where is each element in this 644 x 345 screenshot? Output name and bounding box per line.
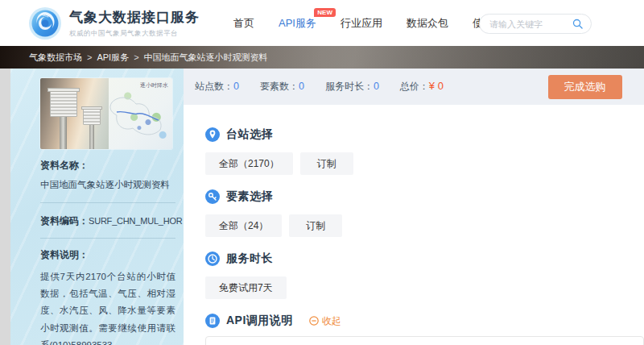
search-input[interactable]: [489, 19, 572, 29]
stat-duration: 服务时长：0: [325, 80, 379, 94]
nav-item-api-services[interactable]: API服务 NEW: [279, 16, 316, 31]
section-title-station: 台站选择: [226, 127, 273, 142]
elements-all-button[interactable]: 全部（24）: [205, 214, 282, 237]
elements-custom-button[interactable]: 订制: [289, 214, 342, 237]
section-title-duration: 服务时长: [226, 251, 273, 266]
divider: [40, 202, 175, 203]
content-row: 逐小时降水 资料名称： 中国地面气象站逐小时观测资料 资料编码：SURF_CHN…: [10, 69, 598, 345]
site-logo[interactable]: data 气象大数据接口服务 权威的中国气象局气象大数据平台: [28, 6, 200, 40]
free-trial-button[interactable]: 免费试用7天: [205, 276, 287, 299]
stat-total-price: 总价：¥ 0: [400, 80, 444, 94]
breadcrumb-separator: >: [134, 52, 138, 62]
stat-elements-value: 0: [299, 81, 304, 92]
search-box[interactable]: [479, 14, 592, 34]
stat-total-price-value: ¥ 0: [429, 80, 444, 92]
section-service-duration: 服务时长 免费试用7天: [205, 251, 644, 299]
logo-swirl-icon: data: [28, 6, 62, 40]
section-station-selection: 台站选择 全部（2170） 订制: [205, 127, 644, 175]
nav-item-home[interactable]: 首页: [233, 16, 254, 31]
weather-station-photo: [40, 78, 109, 149]
section-api-usage: API调用说明 收起 http://api.data.cma.cn:8090/a…: [205, 313, 644, 345]
stat-stations-value: 0: [233, 81, 239, 92]
api-code-box: http://api.data.cma.cn:8090/api?userId=<…: [205, 336, 644, 345]
minus-circle-icon: [309, 316, 319, 326]
dataset-name-value: 中国地面气象站逐小时观测资料: [40, 178, 175, 193]
site-title: 气象大数据接口服务: [69, 8, 200, 27]
dataset-desc-value: 提供7天内2170个台站的小时值数据，包括气温、气压、相对湿度、水汽压、风、降水…: [40, 268, 175, 345]
site-subtitle: 权威的中国气象局气象大数据平台: [69, 29, 200, 39]
new-badge: NEW: [314, 8, 336, 17]
app-header: data 气象大数据接口服务 权威的中国气象局气象大数据平台 首页 API服务 …: [0, 0, 644, 46]
stat-stations: 站点数：0: [195, 80, 239, 94]
section-title-elements: 要素选择: [226, 189, 273, 204]
main-panel: 站点数：0 要素数：0 服务时长：0 总价：¥ 0 完成选购 台站选择 全部（2…: [184, 69, 644, 345]
dataset-desc-label: 资料说明：: [40, 248, 175, 262]
divider: [40, 238, 175, 239]
dataset-code-label: 资料编码：: [40, 215, 89, 227]
breadcrumb: 气象数据市场 > API服务 > 中国地面气象站逐小时观测资料: [29, 52, 268, 64]
station-pin-icon: [205, 127, 220, 142]
dataset-sidebar: 逐小时降水 资料名称： 中国地面气象站逐小时观测资料 资料编码：SURF_CHN…: [10, 69, 184, 345]
collapse-link[interactable]: 收起: [309, 314, 341, 328]
precipitation-map: 逐小时降水: [109, 78, 172, 149]
search-icon[interactable]: [572, 19, 583, 29]
dataset-code-value: SURF_CHN_MUL_HOR: [89, 216, 183, 226]
checkout-button[interactable]: 完成选购: [548, 75, 622, 99]
section-title-api: API调用说明: [226, 314, 293, 328]
station-all-button[interactable]: 全部（2170）: [205, 152, 293, 175]
section-element-selection: 要素选择 全部（24） 订制: [205, 189, 644, 237]
stat-elements: 要素数：0: [260, 80, 304, 94]
selection-stats-bar: 站点数：0 要素数：0 服务时长：0 总价：¥ 0 完成选购: [184, 69, 644, 105]
dataset-image: 逐小时降水: [40, 78, 172, 149]
nav-item-industry[interactable]: 行业应用: [341, 16, 382, 31]
main-nav: 首页 API服务 NEW 行业应用 数据众包 使用说明: [233, 16, 514, 31]
page-banner: 气象数据市场 > API服务 > 中国地面气象站逐小时观测资料: [0, 46, 644, 69]
key-icon: [205, 189, 220, 204]
breadcrumb-api[interactable]: API服务: [97, 52, 129, 64]
breadcrumb-market[interactable]: 气象数据市场: [29, 52, 82, 64]
breadcrumb-separator: >: [87, 52, 92, 62]
nav-item-crowdsource[interactable]: 数据众包: [407, 16, 448, 31]
station-custom-button[interactable]: 订制: [300, 152, 353, 175]
dataset-name-label: 资料名称：: [40, 159, 175, 172]
clock-icon: [205, 251, 220, 266]
stat-duration-value: 0: [374, 81, 379, 92]
map-caption: 逐小时降水: [140, 81, 168, 89]
document-icon: [205, 314, 220, 328]
breadcrumb-current: 中国地面气象站逐小时观测资料: [144, 52, 268, 64]
